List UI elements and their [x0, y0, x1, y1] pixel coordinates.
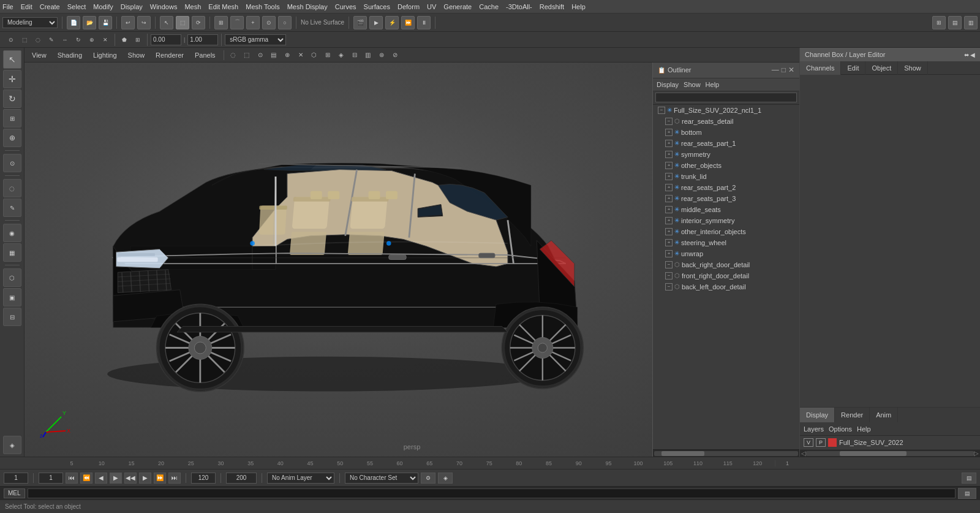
color-profile-dropdown[interactable]: sRGB gamma — [225, 34, 286, 45]
outliner-hscroll[interactable] — [653, 449, 799, 457]
render-seq-btn[interactable]: ⏩ — [401, 16, 415, 29]
play-fwd-btn[interactable]: ▶ — [110, 473, 122, 484]
new-scene-btn[interactable]: 📄 — [67, 16, 80, 29]
vp-tab-shading[interactable]: Shading — [53, 49, 87, 61]
disp-tab-render[interactable]: Render — [835, 408, 870, 422]
menu-display[interactable]: Display — [121, 3, 143, 10]
camera-sidebar[interactable]: ◉ — [3, 224, 21, 242]
play-back-btn[interactable]: ◀◀ — [124, 473, 137, 484]
vp-icon-11[interactable]: ▥ — [362, 49, 374, 61]
end-frame-display-input[interactable]: 120 — [191, 473, 216, 484]
t2-lasso[interactable]: ◌ — [32, 34, 44, 46]
tree-expand-brdd[interactable]: − — [665, 261, 673, 268]
render-btn[interactable]: ▶ — [369, 16, 383, 29]
tree-expand-rsp3[interactable]: + — [665, 195, 673, 202]
tree-expand-trunk[interactable]: + — [665, 173, 673, 180]
tree-item-rsp3[interactable]: + ✳ rear_seats_part_3 — [653, 193, 799, 204]
next-key-btn[interactable]: ⏩ — [154, 473, 166, 484]
scale-tool-sidebar[interactable]: ⊞ — [3, 109, 21, 127]
tree-item-other-objects[interactable]: + ✳ other_objects — [653, 160, 799, 171]
layer-nav-scroll[interactable]: ◁ ▷ — [800, 449, 980, 457]
layers-menu-layers[interactable]: Layers — [804, 425, 824, 433]
layers-menu-options[interactable]: Options — [829, 425, 852, 433]
cb-tab-edit[interactable]: Edit — [841, 61, 865, 75]
bottom-sidebar-btn[interactable]: ◈ — [3, 436, 21, 454]
move-tool-sidebar[interactable]: ✛ — [3, 70, 21, 88]
menu-mesh-tools[interactable]: Mesh Tools — [246, 3, 279, 10]
vp-tab-lighting[interactable]: Lighting — [88, 49, 122, 61]
timeline-ruler[interactable]: 5 10 15 20 25 30 35 40 45 50 55 60 65 70… — [0, 457, 980, 469]
ui-toggle-2[interactable]: ▤ — [948, 16, 962, 29]
workspace-dropdown[interactable]: Modeling — [2, 17, 58, 28]
menu-mesh[interactable]: Mesh — [184, 3, 201, 10]
char-set-dropdown[interactable]: No Character Set — [345, 473, 418, 484]
translate-y-input[interactable]: 1.00 — [187, 34, 218, 45]
prev-key-btn[interactable]: ⏪ — [80, 473, 92, 484]
tree-expand-oo[interactable]: + — [665, 162, 673, 169]
vp-icon-3[interactable]: ⊙ — [254, 49, 266, 61]
tree-item-rear-seats-detail[interactable]: − ⬡ rear_seats_detail — [653, 116, 799, 127]
vp-icon-10[interactable]: ⊟ — [349, 49, 361, 61]
universal-tool-sidebar[interactable]: ⊕ — [3, 129, 21, 147]
outliner-menu-show[interactable]: Show — [684, 81, 701, 88]
vp-tab-view[interactable]: View — [27, 49, 51, 61]
select-mode-btn[interactable]: ↖ — [160, 16, 173, 29]
menu-redshift[interactable]: Redshift — [540, 3, 564, 10]
t2-select[interactable]: ⊙ — [5, 34, 17, 46]
t2-rotate[interactable]: ↻ — [72, 34, 85, 46]
ui-toggle-3[interactable]: ▥ — [964, 16, 978, 29]
command-input[interactable] — [28, 488, 956, 498]
current-time-input[interactable]: 1 — [4, 473, 28, 484]
t2-move[interactable]: ↔ — [59, 34, 71, 46]
layer-color-swatch[interactable] — [828, 438, 837, 447]
layers-menu-help[interactable]: Help — [857, 425, 871, 433]
menu-generate[interactable]: Generate — [443, 3, 472, 10]
menu-windows[interactable]: Windows — [150, 3, 178, 10]
anim-layer-dropdown[interactable]: No Anim Layer — [267, 473, 334, 484]
next-frame-btn[interactable]: ▶ — [139, 473, 151, 484]
vp-icon-13[interactable]: ⊘ — [389, 49, 401, 61]
t2-scale[interactable]: ⊕ — [86, 34, 98, 46]
tree-item-frdd[interactable]: − ⬡ front_right_door_detail — [653, 270, 799, 281]
rotate-tool-sidebar[interactable]: ↻ — [3, 89, 21, 108]
nav-scroll-track[interactable] — [806, 451, 974, 456]
menu-3dto[interactable]: -3DtoAll- — [506, 3, 532, 10]
tree-expand-rsp2[interactable]: + — [665, 184, 673, 191]
render-pause-btn[interactable]: ⏸ — [417, 16, 431, 29]
tree-item-bldd[interactable]: − ⬡ back_left_door_detail — [653, 281, 799, 292]
tree-expand-rsd[interactable]: − — [665, 118, 673, 125]
vp-tab-show[interactable]: Show — [123, 49, 150, 61]
lasso-tool-btn[interactable]: ⟳ — [192, 16, 205, 29]
vp-tab-panels[interactable]: Panels — [190, 49, 221, 61]
vp-icon-9[interactable]: ◈ — [335, 49, 347, 61]
menu-create[interactable]: Create — [40, 3, 60, 10]
snap-curve-btn[interactable]: ⌒ — [230, 16, 244, 29]
translate-x-input[interactable]: 0.00 — [151, 34, 181, 45]
char-set-btn-1[interactable]: ⚙ — [421, 473, 435, 484]
vp-tab-renderer[interactable]: Renderer — [151, 49, 189, 61]
layer-visibility-toggle[interactable]: V — [804, 438, 813, 447]
cb-tab-object[interactable]: Object — [865, 61, 898, 75]
vp-icon-2[interactable]: ⬚ — [241, 49, 253, 61]
char-set-btn-2[interactable]: ◈ — [438, 473, 453, 484]
tree-item-root[interactable]: − ✳ Full_Size_SUV_2022_ncl1_1 — [653, 105, 799, 116]
nav-right-arrow[interactable]: ▷ — [974, 450, 979, 457]
tree-item-unwrap[interactable]: + ✳ unwrap — [653, 248, 799, 259]
snap-surface-btn[interactable]: ○ — [278, 16, 292, 29]
vp-icon-7[interactable]: ⬡ — [308, 49, 320, 61]
grid-sidebar[interactable]: ▦ — [3, 243, 21, 262]
tree-item-rsp2[interactable]: + ✳ rear_seats_part_2 — [653, 182, 799, 193]
tc-end-btn[interactable]: ▤ — [962, 473, 976, 484]
outliner-menu-help[interactable]: Help — [706, 81, 720, 88]
tree-item-other-interior[interactable]: + ✳ other_interior_objects — [653, 226, 799, 237]
outliner-hscroll-thumb[interactable] — [662, 451, 705, 456]
tree-item-bottom[interactable]: + ✳ bottom — [653, 127, 799, 138]
menu-uv[interactable]: UV — [427, 3, 436, 10]
tree-expand-oio[interactable]: + — [665, 228, 673, 235]
disp-tab-anim[interactable]: Anim — [870, 408, 898, 422]
tree-item-trunk[interactable]: + ✳ trunk_lid — [653, 171, 799, 182]
tree-item-brdd[interactable]: − ⬡ back_right_door_detail — [653, 259, 799, 270]
tree-item-interior-sym[interactable]: + ✳ interior_symmetry — [653, 215, 799, 226]
redo-btn[interactable]: ↪ — [137, 16, 151, 29]
menu-edit[interactable]: Edit — [21, 3, 32, 10]
